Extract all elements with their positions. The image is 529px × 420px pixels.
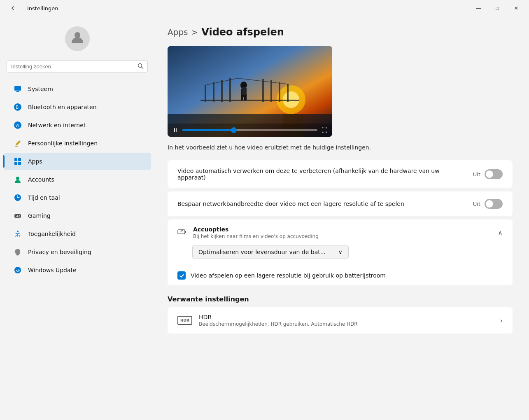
svg-rect-44	[242, 87, 247, 95]
battery-subtitle: Bij het kijken naar films en video's op …	[193, 233, 319, 239]
maximize-button[interactable]: □	[488, 2, 507, 15]
svg-rect-13	[14, 162, 17, 165]
related-item-title: HDR	[199, 314, 500, 320]
checkbox-label: Video afspelen op een lagere resolutie b…	[191, 272, 386, 279]
sidebar: Systeem B Bluetooth en apparaten W Netwe…	[0, 16, 154, 420]
lower-res-control: Uit	[473, 199, 503, 209]
video-progress-track[interactable]	[182, 129, 317, 131]
svg-point-23	[19, 217, 20, 217]
svg-line-2	[142, 67, 143, 69]
lower-res-toggle[interactable]	[485, 199, 503, 209]
svg-point-0	[75, 32, 80, 38]
sidebar-item-toegankelijkheid[interactable]: Toegankelijkheid	[3, 225, 151, 243]
breadcrumb-parent[interactable]: Apps	[168, 27, 188, 37]
update-icon	[13, 266, 22, 275]
related-item-text: HDR Beeldschermmogelijkheden, HDR gebrui…	[199, 314, 500, 327]
sidebar-item-privacy[interactable]: Privacy en beveiliging	[3, 243, 151, 261]
expand-button[interactable]: ⛶	[322, 127, 327, 133]
clock-icon	[13, 193, 22, 202]
related-card: HDR HDR Beeldschermmogelijkheden, HDR ge…	[168, 307, 513, 334]
gaming-icon	[13, 211, 22, 220]
svg-rect-12	[18, 158, 21, 161]
battery-header: Accuopties Bij het kijken naar films en …	[177, 226, 503, 239]
battery-charging-icon	[177, 227, 187, 239]
sidebar-item-windows-update[interactable]: Windows Update	[3, 261, 151, 279]
page-title: Video afspelen	[201, 26, 284, 38]
apps-icon	[13, 157, 22, 166]
sidebar-item-netwerk[interactable]: W Netwerk en internet	[3, 117, 151, 134]
sidebar-item-accounts[interactable]: Accounts	[3, 171, 151, 188]
svg-text:W: W	[16, 124, 19, 128]
search-box[interactable]	[7, 60, 148, 73]
titlebar: Instellingen — □ ✕	[0, 0, 529, 16]
sidebar-item-gaming[interactable]: Gaming	[3, 207, 151, 224]
svg-rect-35	[270, 80, 272, 102]
video-scene	[168, 46, 332, 137]
sidebar-item-systeem[interactable]: Systeem	[3, 80, 151, 98]
checkbox-row: Video afspelen op een lagere resolutie b…	[168, 266, 513, 285]
svg-point-15	[16, 177, 19, 180]
related-item-subtitle: Beeldschermmogelijkheden, HDR gebruiken,…	[199, 321, 500, 327]
search-icon	[137, 63, 143, 70]
pause-button[interactable]: ⏸	[172, 127, 178, 133]
lower-res-label: Bespaar netwerkbandbreedte door video me…	[177, 201, 466, 207]
checkbox-lower-res-battery[interactable]	[177, 271, 186, 280]
sidebar-item-label-netwerk: Netwerk en internet	[28, 122, 86, 128]
svg-rect-31	[213, 82, 214, 102]
back-button[interactable]	[3, 2, 22, 15]
sidebar-item-label-privacy: Privacy en beveiliging	[28, 249, 91, 255]
sidebar-item-label-windows-update: Windows Update	[28, 267, 77, 273]
svg-rect-32	[221, 80, 223, 102]
search-input[interactable]	[11, 63, 134, 70]
video-progress-thumb	[231, 127, 237, 133]
video-background	[168, 46, 332, 137]
sidebar-item-label-gaming: Gaming	[28, 212, 51, 219]
auto-process-control: Uit	[473, 169, 503, 179]
svg-rect-3	[14, 86, 21, 91]
battery-text: Accuopties Bij het kijken naar films en …	[193, 226, 319, 239]
related-settings-section: Verwante instellingen HDR HDR Beeldscher…	[168, 295, 513, 334]
video-description: In het voorbeeld ziet u hoe video eruitz…	[168, 143, 373, 152]
sidebar-item-label-accounts: Accounts	[28, 176, 54, 183]
auto-process-status: Uit	[473, 171, 480, 177]
svg-rect-37	[287, 84, 289, 102]
hdr-badge: HDR	[177, 316, 192, 325]
user-icon	[70, 30, 85, 48]
close-button[interactable]: ✕	[507, 2, 526, 15]
content-area: Apps > Video afspelen	[154, 16, 529, 420]
svg-point-24	[17, 231, 19, 232]
svg-rect-47	[178, 230, 185, 234]
accessibility-icon	[13, 229, 22, 238]
battery-collapse-icon[interactable]: ∧	[498, 229, 503, 237]
sidebar-item-label-tijd: Tijd en taal	[28, 194, 60, 201]
battery-title: Accuopties	[193, 226, 319, 233]
svg-text:B: B	[16, 105, 19, 110]
checkmark-icon	[179, 273, 184, 278]
battery-dropdown[interactable]: Optimaliseren voor levensduur van de bat…	[192, 245, 349, 259]
svg-rect-34	[262, 79, 264, 102]
avatar[interactable]	[65, 26, 90, 51]
sidebar-item-persoonlijk[interactable]: Persoonlijke instellingen	[3, 135, 151, 152]
sidebar-item-apps[interactable]: Apps	[3, 153, 151, 170]
sidebar-item-bluetooth[interactable]: B Bluetooth en apparaten	[3, 98, 151, 116]
auto-process-row: Video automatisch verwerken om deze te v…	[168, 160, 513, 188]
sidebar-item-tijd[interactable]: Tijd en taal	[3, 189, 151, 206]
svg-rect-42	[241, 95, 243, 100]
breadcrumb: Apps > Video afspelen	[168, 26, 513, 38]
lower-res-row: Bespaar netwerkbandbreedte door video me…	[168, 191, 513, 216]
auto-process-toggle[interactable]	[485, 169, 503, 179]
svg-rect-5	[16, 92, 20, 92]
sidebar-item-label-persoonlijk: Persoonlijke instellingen	[28, 140, 98, 147]
chevron-down-icon: ∨	[338, 249, 343, 255]
related-item-hdr[interactable]: HDR HDR Beeldschermmogelijkheden, HDR ge…	[168, 307, 513, 334]
battery-section: Accuopties Bij het kijken naar films en …	[168, 219, 513, 266]
hdr-badge-text: HDR	[180, 318, 189, 322]
monitor-icon	[13, 84, 22, 93]
toggle-thumb	[486, 170, 493, 178]
battery-card: Accuopties Bij het kijken naar films en …	[168, 219, 513, 285]
lower-res-card: Bespaar netwerkbandbreedte door video me…	[168, 191, 513, 216]
battery-dropdown-wrap: Optimaliseren voor levensduur van de bat…	[177, 245, 503, 259]
toggle-thumb-2	[486, 200, 493, 208]
minimize-button[interactable]: —	[469, 2, 488, 15]
svg-rect-11	[14, 158, 17, 161]
